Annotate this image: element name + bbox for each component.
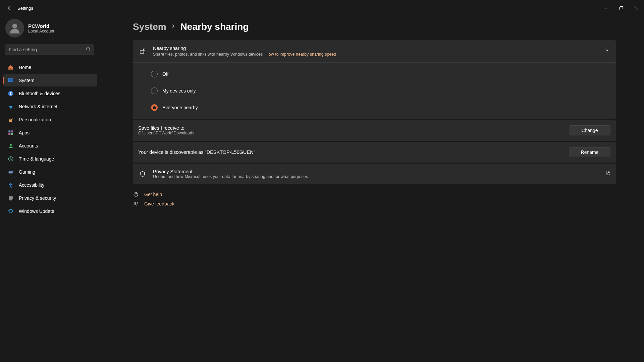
main-content: System Nearby sharing Nearby sharing Sha… [101, 16, 644, 362]
get-help-link[interactable]: Get help [133, 192, 616, 197]
nav-item-apps[interactable]: Apps [3, 126, 97, 139]
nav-item-bluetooth[interactable]: Bluetooth & devices [3, 87, 97, 100]
nearby-sharing-subtitle: Share files, photos, and links with near… [153, 52, 263, 57]
accounts-icon [7, 142, 14, 149]
gaming-icon [7, 169, 14, 175]
search-input[interactable] [5, 44, 94, 55]
personalization-icon [7, 116, 14, 123]
save-path-value: C:\Users\PCWorld\Downloads [138, 131, 194, 135]
option-label: My devices only [162, 88, 196, 94]
nav-label: Bluetooth & devices [19, 91, 60, 96]
svg-rect-8 [8, 130, 10, 132]
svg-point-12 [10, 144, 12, 146]
nav-item-home[interactable]: Home [3, 61, 97, 73]
maximize-icon [619, 6, 623, 10]
save-path-title: Save files I receive to [138, 125, 194, 131]
account-block[interactable]: PCWorld Local Account [0, 19, 101, 42]
svg-point-15 [10, 182, 11, 184]
svg-rect-1 [619, 7, 622, 10]
back-button[interactable] [3, 1, 16, 15]
radio-icon [151, 104, 158, 111]
home-icon [7, 64, 14, 71]
nav-label: System [19, 78, 35, 83]
accessibility-icon [7, 182, 14, 188]
nav-item-system[interactable]: System [3, 74, 97, 86]
rename-button[interactable]: Rename [569, 147, 610, 157]
nearby-sharing-header[interactable]: Nearby sharing Share files, photos, and … [133, 40, 616, 62]
person-icon [8, 22, 21, 35]
system-icon [7, 77, 14, 84]
nav-list: Home System Bluetooth & devices Network … [0, 61, 101, 217]
svg-rect-11 [11, 133, 13, 135]
privacy-card[interactable]: Privacy Statement Understand how Microso… [133, 164, 616, 184]
breadcrumb-current: Nearby sharing [180, 21, 249, 32]
titlebar: Settings [0, 0, 644, 16]
privacy-title: Privacy Statement [153, 169, 308, 174]
nearby-help-link[interactable]: How to improve nearby sharing speed [266, 52, 336, 57]
option-off[interactable]: Off [151, 71, 616, 77]
shield-icon [138, 171, 147, 177]
nav-item-personalization[interactable]: Personalization [3, 113, 97, 126]
radio-icon [151, 87, 158, 94]
apps-icon [7, 129, 14, 136]
option-label: Off [162, 71, 168, 77]
search-icon [86, 47, 91, 53]
nav-label: Home [19, 65, 31, 70]
update-icon [7, 208, 14, 215]
nav-label: Privacy & security [19, 195, 56, 201]
nav-item-windows-update[interactable]: Windows Update [3, 205, 97, 217]
option-everyone[interactable]: Everyone nearby [151, 104, 616, 111]
arrow-left-icon [7, 5, 12, 11]
nav-label: Windows Update [19, 208, 54, 214]
time-language-icon [7, 156, 14, 162]
window-controls [598, 0, 644, 16]
svg-rect-4 [10, 68, 12, 69]
svg-point-3 [87, 47, 90, 50]
maximize-button[interactable] [613, 0, 629, 16]
search-box [5, 44, 94, 55]
nav-label: Personalization [19, 117, 51, 122]
feedback-icon [133, 201, 139, 206]
nav-item-time-language[interactable]: Time & language [3, 153, 97, 165]
account-type: Local Account [28, 29, 54, 34]
discoverable-card: Your device is discoverable as "DESKTOP-… [133, 142, 616, 163]
close-icon [635, 6, 638, 10]
breadcrumb: System Nearby sharing [133, 21, 616, 32]
nav-item-accounts[interactable]: Accounts [3, 139, 97, 152]
bluetooth-icon [7, 90, 14, 97]
chevron-up-icon [604, 48, 609, 54]
help-icon [133, 192, 139, 197]
give-feedback-link[interactable]: Give feedback [133, 201, 616, 206]
nearby-options: Off My devices only Everyone nearby [133, 62, 616, 119]
nav-item-privacy[interactable]: Privacy & security [3, 192, 97, 204]
discoverable-title: Your device is discoverable as "DESKTOP-… [138, 149, 255, 155]
close-button[interactable] [629, 0, 644, 16]
privacy-sub: Understand how Microsoft uses your data … [153, 174, 308, 179]
nav-item-gaming[interactable]: Gaming [3, 166, 97, 178]
sidebar: PCWorld Local Account Home System [0, 16, 101, 362]
nav-label: Network & internet [19, 104, 57, 109]
chevron-right-icon [171, 24, 176, 30]
external-link-icon [605, 171, 610, 177]
svg-point-2 [12, 24, 17, 28]
svg-rect-9 [11, 130, 13, 132]
breadcrumb-parent[interactable]: System [133, 21, 166, 32]
help-links: Get help Give feedback [133, 192, 616, 206]
app-title: Settings [17, 6, 33, 11]
change-button[interactable]: Change [569, 125, 610, 135]
minimize-button[interactable] [598, 0, 613, 16]
nearby-sharing-card: Nearby sharing Share files, photos, and … [133, 40, 616, 119]
nav-item-network[interactable]: Network & internet [3, 100, 97, 113]
nearby-sharing-title: Nearby sharing [153, 46, 598, 51]
link-label: Get help [144, 192, 162, 197]
svg-point-18 [135, 202, 136, 203]
nav-item-accessibility[interactable]: Accessibility [3, 179, 97, 191]
svg-rect-16 [140, 51, 144, 54]
share-icon [138, 48, 147, 55]
svg-rect-6 [9, 79, 13, 81]
minimize-icon [604, 6, 607, 10]
option-my-devices[interactable]: My devices only [151, 87, 616, 94]
network-icon [7, 103, 14, 110]
nav-label: Apps [19, 130, 30, 135]
account-name: PCWorld [28, 23, 54, 29]
